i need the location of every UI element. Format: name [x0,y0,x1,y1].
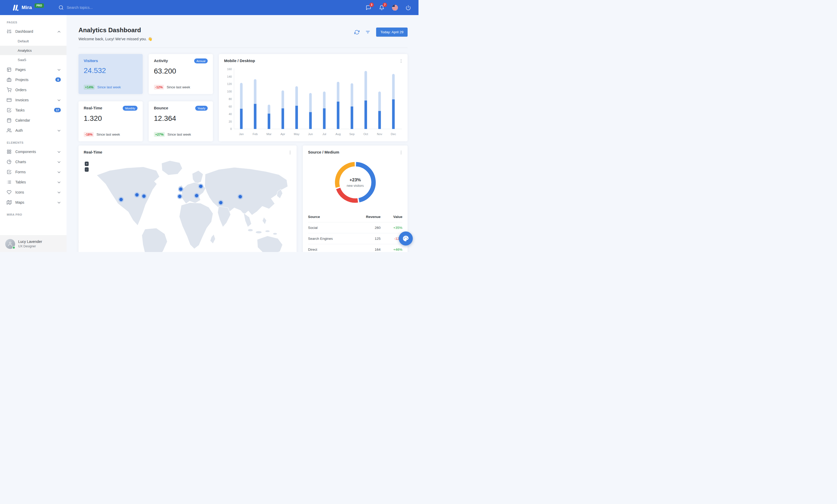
sidebar-item-projects[interactable]: Projects8 [0,75,67,85]
map-marker[interactable] [135,193,139,197]
sidebar-item-label: Dashboard [15,29,33,34]
sliders-icon [7,29,12,34]
notifications-button[interactable]: 7 [378,4,385,11]
map-marker[interactable] [142,194,146,198]
messages-badge: 3 [369,3,374,7]
svg-text:80: 80 [229,97,232,100]
header-divider [78,48,408,48]
date-range-button[interactable]: Today: April 29 [376,27,408,37]
sidebar-item-forms[interactable]: Forms [0,167,67,177]
refresh-button[interactable] [354,29,360,35]
stat-caption: Since last week [167,132,191,136]
stat-card-real-time: Real-TimeMonthly1.320-18%Since last week [78,101,143,141]
svg-text:Jul: Jul [322,132,326,136]
map-marker[interactable] [179,188,182,191]
sidebar-subitem-analytics[interactable]: Analytics [0,46,67,55]
grid-icon [7,149,12,154]
sidebar-item-auth[interactable]: Auth [0,125,67,135]
sidebar-item-orders[interactable]: Orders [0,85,67,95]
stat-value: 12.364 [154,114,208,123]
brand[interactable]: Mira PRO [0,4,44,11]
pie-icon [7,160,12,164]
map-icon [7,200,12,205]
us-flag-icon [392,5,398,11]
language-button[interactable] [392,4,398,11]
sidebar-user[interactable]: Lucy Lavender UX Designer [0,236,67,252]
source-revenue: 260 [356,226,380,230]
avatar [5,239,15,249]
stat-period-pill[interactable]: Yearly [195,106,208,111]
sidebar-item-tables[interactable]: Tables [0,177,67,187]
brand-name: Mira [22,5,32,11]
notifications-badge: 7 [382,3,387,7]
user-name: Lucy Lavender [18,240,42,244]
sidebar-item-label: Pages [15,68,26,72]
page-title: Analytics Dashboard [78,26,153,34]
chevron-down-icon [57,160,61,164]
map-marker[interactable] [199,185,202,188]
main-content: Analytics Dashboard Welcome back, Lucy! … [67,15,418,252]
sidebar-item-maps[interactable]: Maps [0,197,67,207]
layout-icon [7,67,12,72]
stat-period-pill[interactable]: Annual [194,58,208,63]
svg-text:140: 140 [227,75,232,78]
sidebar-item-label: Auth [15,128,23,132]
chevron-up-icon [57,29,61,34]
map-zoom-in-button[interactable]: + [85,162,89,166]
theme-settings-fab[interactable] [399,231,413,245]
global-search [58,5,135,10]
sidebar-item-dashboard[interactable]: Dashboard [0,26,67,36]
map-zoom-out-button[interactable]: - [85,167,89,172]
map-marker[interactable] [195,194,198,198]
sidebar-item-invoices[interactable]: Invoices [0,95,67,105]
source-menu-button[interactable] [399,150,404,155]
map-card-title: Real-Time [84,150,102,154]
mobile-desktop-bar-chart: 020406080100120140160JanFebMarAprMayJunJ… [224,67,403,138]
sidebar-item-label: Calendar [15,118,30,123]
signout-button[interactable] [405,4,411,11]
stat-caption: Since last week [97,85,121,89]
map-marker[interactable] [219,201,222,204]
search-input[interactable] [67,5,135,10]
svg-text:Nov: Nov [377,132,382,136]
cart-icon [7,88,12,92]
sidebar-badge: 8 [55,77,61,82]
messages-button[interactable]: 3 [365,4,371,11]
sidebar-item-label: Projects [15,78,29,82]
map-marker[interactable] [238,195,242,199]
page-subtitle: Welcome back, Lucy! We've missed you. 👋 [78,37,153,41]
sidebar-item-label: Tables [15,180,26,184]
power-icon [405,5,411,11]
sidebar-subitem-default[interactable]: Default [0,36,67,46]
sidebar-item-label: Maps [15,200,24,204]
world-map[interactable] [78,159,297,252]
source-card-title: Source / Medium [308,150,339,154]
sidebar-item-charts[interactable]: Charts [0,157,67,167]
stat-period-pill[interactable]: Monthly [123,106,138,111]
svg-text:Feb: Feb [253,132,258,136]
svg-text:160: 160 [227,68,232,71]
mobile-desktop-card: Mobile / Desktop 020406080100120140160Ja… [219,54,408,141]
donut-center-value: +23% [350,178,361,183]
sidebar-subitem-saas[interactable]: SaaS [0,55,67,64]
stat-value: 24.532 [84,67,138,75]
stat-value: 1.320 [84,114,138,123]
sidebar-item-icons[interactable]: Icons [0,187,67,197]
check-square-icon [7,108,12,112]
map-marker[interactable] [178,195,181,198]
svg-text:100: 100 [227,90,232,93]
svg-text:60: 60 [229,105,232,108]
map-menu-button[interactable] [288,150,293,155]
map-marker[interactable] [119,198,123,201]
svg-text:Mar: Mar [266,132,272,136]
sidebar-item-tasks[interactable]: Tasks17 [0,105,67,115]
source-revenue: 164 [356,247,380,251]
sidebar-item-label: Icons [15,190,24,194]
sidebar-item-calendar[interactable]: Calendar [0,115,67,125]
chevron-down-icon [57,68,61,72]
sidebar-item-pages[interactable]: Pages [0,64,67,75]
chart-menu-button[interactable] [399,58,404,64]
chevron-down-icon [57,180,61,184]
sidebar-item-components[interactable]: Components [0,147,67,157]
filter-button[interactable] [365,29,371,35]
